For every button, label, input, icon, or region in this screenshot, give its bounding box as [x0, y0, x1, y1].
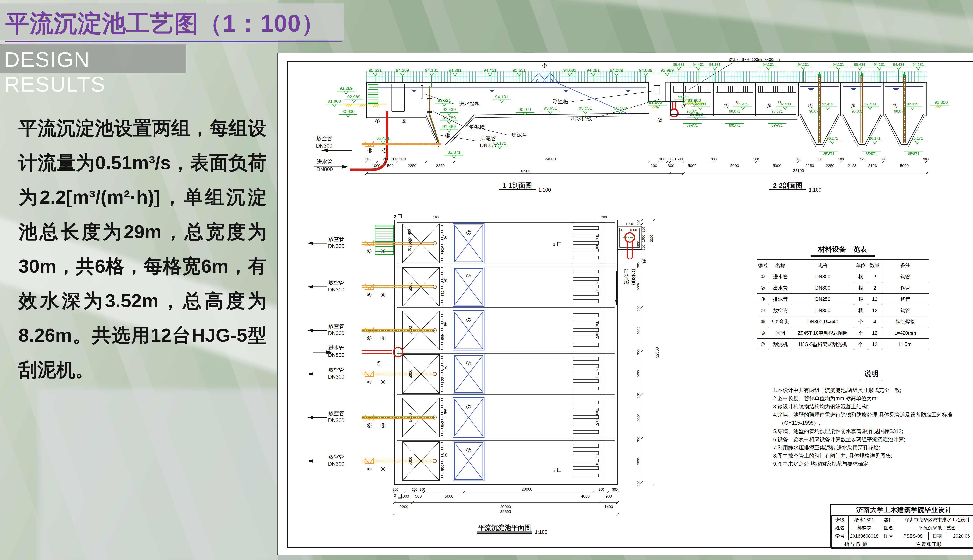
note-item: 4.穿墙、池壁的预埋件需进行除锈和防腐处理,具体见管道及设备防腐工艺标准（GY1… [773, 411, 970, 427]
cell: L=420mm [882, 327, 929, 338]
table-row: ⑥闸阀Z945T-10电动楔式闸阀个12L=420mm [757, 327, 929, 338]
cell: ③ [757, 293, 769, 305]
field-value: 给水1601 [848, 516, 880, 524]
note-item: 5.穿墙、池壁的管均预埋柔性防水套管,制作见国标S312; [773, 427, 970, 435]
notes-block: 说明 1.本设计中共有两组平流沉淀池,两组尺寸形式完全一致; 2.图中长度、管径… [773, 369, 970, 468]
cell: 钢管 [882, 293, 929, 305]
title-block: 济南大学土木建筑学院毕业设计 班级给水1601 题目深圳市龙华区城市排水工程设计… [830, 504, 973, 548]
cell: 90°弯头 [769, 316, 792, 327]
cell: 根 [854, 305, 868, 316]
cell: 2 [868, 271, 882, 282]
field-label: 题目 [880, 516, 897, 524]
title-block-row: 班级给水1601 题目深圳市龙华区城市排水工程设计 [831, 516, 973, 524]
field-label: 姓名 [831, 524, 848, 532]
cell: DN800 [792, 282, 854, 293]
cell: DN800,R=640 [792, 316, 854, 327]
note-item: 3.该设计构筑物结构均为钢筋混凝土结构; [773, 402, 970, 411]
cell: 钢管 [882, 282, 929, 293]
note-item: 2.图中长度、管径单位均为mm,标高单位为m; [773, 394, 970, 402]
cell: 钢管 [882, 305, 929, 316]
design-summary-text: 平流沉淀池设置两组，每组设计流量为0.51m³/s，表面负荷为2.2[m³/(m… [18, 111, 267, 387]
note-item: 8.图中放空管上的阀门有阀门井, 具体规格详见图集; [773, 452, 970, 460]
cell: 个 [854, 316, 868, 327]
cell: 个 [854, 327, 868, 338]
field-value: PSBS-08 [897, 532, 929, 540]
cell: ② [757, 282, 769, 293]
materials-title: 材料设备一览表 [811, 245, 875, 257]
note-item: 6.设备一览表中相应设备计算数量以两组平流沉淀池计算; [773, 435, 970, 443]
title-block-row: 学号20160608018 图号PSBS-08 日期2020.06 [831, 532, 973, 540]
col-header: 数量 [868, 260, 882, 271]
col-header: 规格 [792, 260, 854, 271]
col-header: 编号 [757, 260, 769, 271]
table-row: ③排泥管DN250根12钢管 [757, 293, 929, 305]
field-label: 学号 [831, 532, 848, 540]
cell: DN800 [792, 271, 854, 282]
cell: 4 [868, 316, 882, 327]
cell: 根 [854, 282, 868, 293]
field-value: 谢康 张守彬 [880, 540, 973, 548]
slide: 平流沉淀池工艺图（1：100） DESIGN RESULTS 平流沉淀池设置两组… [0, 0, 973, 560]
cell: ④ [757, 305, 769, 316]
field-label: 班级 [831, 516, 848, 524]
note-item: 9.图中未尽之处,均按国家规范与要求确定。 [773, 460, 970, 468]
col-header: 名称 [769, 260, 792, 271]
cell: ⑤ [757, 316, 769, 327]
cell: 钢制焊接 [882, 316, 929, 327]
cell: DN250 [792, 293, 854, 305]
title-block-row: 指 导 教 师 谢康 张守彬 [831, 540, 973, 548]
cell: 钢管 [882, 271, 929, 282]
cell: 出水管 [769, 282, 792, 293]
table-row: ⑦刮泥机HJG-5型桁架式刮泥机个12L=5m [757, 338, 929, 350]
cell: 2 [868, 282, 882, 293]
field-value: 2020.06 [946, 532, 973, 540]
cell: 12 [868, 338, 882, 350]
cell: 12 [868, 327, 882, 338]
field-label: 指 导 教 师 [831, 540, 880, 548]
title-band: 平流沉淀池工艺图（1：100） [0, 3, 344, 40]
cell: Z945T-10电动楔式闸阀 [792, 327, 854, 338]
cell: 根 [854, 271, 868, 282]
cell: 进水管 [769, 271, 792, 282]
cell: L=5m [882, 338, 929, 350]
field-label: 图名 [880, 524, 897, 532]
table-row: ④放空管DN300根12钢管 [757, 305, 929, 316]
subtitle: DESIGN RESULTS [4, 47, 186, 97]
field-label: 图号 [880, 532, 897, 540]
cell: ⑦ [757, 338, 769, 350]
field-value: 郭静雯 [848, 524, 880, 532]
field-value: 平流沉淀池工艺图 [897, 524, 973, 532]
materials-table: 材料设备一览表 编号名称规格单位数量备注 ①进水管DN800根2钢管 ②出水管D… [757, 245, 929, 350]
cell: 根 [854, 293, 868, 305]
cell: ① [757, 271, 769, 282]
drawing-sheet: 95.631 94.289 94.181 94.281 94.431 95.63… [277, 52, 973, 555]
cell: 12 [868, 305, 882, 316]
cell: 刮泥机 [769, 338, 792, 350]
title-block-row: 姓名郭静雯 图名平流沉淀池工艺图 [831, 524, 973, 532]
title-block-school: 济南大学土木建筑学院毕业设计 [831, 505, 973, 515]
subtitle-band: DESIGN RESULTS [0, 44, 186, 73]
cell: ⑥ [757, 327, 769, 338]
cell: 放空管 [769, 305, 792, 316]
notes-title: 说明 [861, 369, 882, 381]
title-underline [5, 41, 343, 42]
col-header: 备注 [882, 260, 929, 271]
cell: HJG-5型桁架式刮泥机 [792, 338, 854, 350]
materials-header-row: 编号名称规格单位数量备注 [757, 260, 929, 271]
table-row: ⑤90°弯头DN800,R=640个4钢制焊接 [757, 316, 929, 327]
cell: 个 [854, 338, 868, 350]
cell: 排泥管 [769, 293, 792, 305]
field-value: 深圳市龙华区城市排水工程设计 [897, 516, 973, 524]
table-row: ②出水管DN800根2钢管 [757, 282, 929, 293]
table-row: ①进水管DN800根2钢管 [757, 271, 929, 282]
cell: DN300 [792, 305, 854, 316]
page-title: 平流沉淀池工艺图（1：100） [5, 8, 325, 40]
field-label: 日期 [929, 532, 946, 540]
cell: 闸阀 [769, 327, 792, 338]
field-value: 20160608018 [848, 532, 880, 540]
note-item: 1.本设计中共有两组平流沉淀池,两组尺寸形式完全一致; [773, 386, 970, 394]
cell: 12 [868, 293, 882, 305]
note-item: 7.利用静水压排泥至集泥槽,进水采用穿孔花墙; [773, 443, 970, 452]
col-header: 单位 [854, 260, 868, 271]
